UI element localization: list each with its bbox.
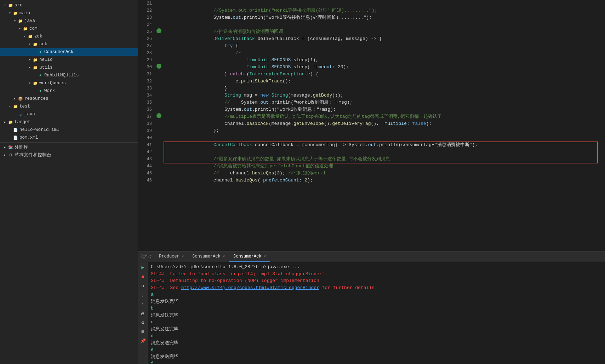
- code-line-42: //最多允许未确认消息的数量 如果未确认消息大于等于这个数量 将不会被分发到消息: [169, 149, 605, 156]
- code-line-24: //推送来的消息如何被消费的回调: [169, 21, 605, 28]
- slf4j-link[interactable]: http://www.slf4j.org/codes.html#StaticLo…: [181, 285, 319, 290]
- sidebar-item-com[interactable]: 📁 com: [0, 25, 138, 33]
- output-slf4j-3: SLF4J: See http://www.slf4j.org/codes.ht…: [151, 284, 602, 291]
- sidebar-item-ack[interactable]: 📁 ack: [0, 40, 138, 48]
- pin-button[interactable]: 📌: [139, 337, 147, 345]
- layout-button[interactable]: ⊞: [139, 328, 147, 336]
- line-num-26: 26: [141, 35, 152, 42]
- code-line-38: };: [169, 120, 605, 127]
- sidebar-item-rabbitmqutils[interactable]: ● RabbitMQUtils: [0, 71, 138, 79]
- sidebar-item-workqueues[interactable]: 📁 workQueues: [0, 79, 138, 87]
- work-icon: ●: [38, 88, 43, 94]
- main-container: 📁 src 📁 main 📁 java 📁 com 📁 zdk 📁 ack: [0, 0, 605, 364]
- line-num-36: 36: [141, 106, 152, 113]
- com-label: com: [29, 26, 38, 31]
- output-msg-2: 消息发送完毕: [151, 312, 602, 319]
- consumer-ack-1-close[interactable]: ×: [223, 254, 225, 259]
- sidebar-item-extern-lib[interactable]: 📚 外部库: [0, 143, 138, 151]
- breakpoint-37: [156, 113, 161, 118]
- line-num-23: 23: [141, 14, 152, 21]
- utils-label: utils: [39, 65, 53, 70]
- main-label: main: [19, 11, 30, 16]
- workqueues-folder-icon: 📁: [33, 80, 38, 86]
- code-line-45: channel.basicQos( prefetchCount: 2);: [169, 170, 605, 177]
- code-container[interactable]: 21 22 23 24 25 26 27 28 29 30 31 32 33 3…: [138, 0, 605, 251]
- scroll-end-button[interactable]: ↓: [139, 291, 147, 299]
- scroll-up-button[interactable]: ↑: [139, 300, 147, 308]
- line-num-39: 39: [141, 127, 152, 134]
- line-num-41: 41: [141, 141, 152, 149]
- run-tab-consumer-ack-2[interactable]: ConsumerAck ×: [229, 252, 270, 262]
- producer-close[interactable]: ×: [182, 254, 184, 259]
- line-num-35: 35: [141, 99, 152, 106]
- run-tab-consumer-ack-1[interactable]: ConsumerAck ×: [188, 252, 229, 262]
- output-e: e: [151, 346, 602, 353]
- line-num-33: 33: [141, 85, 152, 92]
- line-num-34: 34: [141, 92, 152, 99]
- arrow-iml: [8, 128, 12, 132]
- sidebar-item-consumerack[interactable]: ● ConsumerAck: [0, 48, 138, 56]
- line-num-31: 31: [141, 71, 152, 78]
- breakpoint-25: [156, 28, 161, 33]
- code-content[interactable]: //System.out.println("work1等待接收消息(处理时间短)…: [164, 0, 605, 184]
- output-msg-5: 消息发送完毕: [151, 353, 602, 360]
- sidebar-item-java-test[interactable]: ☕ java: [0, 110, 138, 118]
- sidebar-item-work[interactable]: ● Work: [0, 87, 138, 95]
- arrow-hello: [28, 58, 32, 62]
- iml-label: hello-world.iml: [19, 127, 59, 132]
- code-line-37: channel.basicAck(message.getEnvelope().g…: [169, 113, 605, 120]
- gutter: [155, 0, 164, 251]
- run-button[interactable]: ▶: [139, 264, 147, 271]
- sidebar-item-scratch[interactable]: 🗒 草稿文件和控制台: [0, 151, 138, 159]
- line-num-46: 46: [141, 177, 152, 184]
- sidebar-item-pom[interactable]: 📄 pom.xml: [0, 134, 138, 141]
- breakpoint-30: [156, 64, 161, 69]
- output-f: f: [151, 360, 602, 364]
- code-line-31: e.printStackTrace();: [169, 71, 605, 78]
- stop-button[interactable]: ■: [139, 273, 147, 281]
- java-main-label: java: [24, 18, 35, 23]
- sidebar-item-main[interactable]: 📁 main: [0, 9, 138, 17]
- pom-icon: 📄: [13, 135, 18, 140]
- line-num-42: 42: [141, 149, 152, 156]
- editor-area: 21 22 23 24 25 26 27 28 29 30 31 32 33 3…: [138, 0, 605, 364]
- scratch-label: 草稿文件和控制台: [15, 152, 51, 158]
- code-line-30: } catch (InterruptedException e) {: [169, 64, 605, 71]
- rerun-button[interactable]: ↺: [139, 282, 147, 290]
- java-test-label: java: [24, 112, 35, 117]
- settings-button[interactable]: ⚙: [139, 319, 147, 327]
- run-content: ▶ ■ ↺ ↓ ↑ 🖨 ⚙ ⊞ 📌 C:\Users\zdk\.jdks\cor…: [138, 262, 605, 364]
- code-line-44: // channel.basicQos(3); //时间短的work1: [169, 163, 605, 170]
- code-line-26: try {: [169, 35, 605, 42]
- code-line-33: String msg = new String(message.getBody(…: [169, 85, 605, 92]
- console-icon: 🗒: [8, 152, 13, 158]
- arrow-java-main: [13, 19, 17, 23]
- line-num-40: 40: [141, 134, 152, 141]
- sidebar-item-resources[interactable]: 📦 resources: [0, 95, 138, 103]
- sidebar-item-java-main[interactable]: 📁 java: [0, 17, 138, 25]
- sidebar-item-target[interactable]: 📁 target: [0, 118, 138, 126]
- sidebar-item-zdk[interactable]: 📁 zdk: [0, 33, 138, 40]
- line-num-29: 29: [141, 57, 152, 64]
- arrow-ack: [28, 42, 32, 46]
- code-line-22: System.out.println("work2等待接收消息(处理时间长)..…: [169, 7, 605, 14]
- sidebar-item-test[interactable]: 📁 test: [0, 103, 138, 110]
- print-button[interactable]: 🖨: [139, 310, 147, 317]
- sidebar-item-utils[interactable]: 📁 utils: [0, 64, 138, 71]
- code-line-43: //消息会被交给其他未达到perfetchCount值的信道处理: [169, 156, 605, 163]
- workqueues-label: workQueues: [39, 81, 66, 86]
- utils-folder-icon: 📁: [33, 65, 38, 70]
- main-folder-icon: 📁: [13, 10, 18, 16]
- consumer-ack-2-label: ConsumerAck: [233, 254, 261, 259]
- consumer-ack-2-close[interactable]: ×: [263, 254, 266, 259]
- sidebar-item-src[interactable]: 📁 src: [0, 1, 138, 9]
- sidebar-item-hello[interactable]: 📁 hello: [0, 56, 138, 64]
- sidebar-item-hello-world-iml[interactable]: 📄 hello-world.iml: [0, 126, 138, 134]
- sidebar-separator: [0, 142, 138, 143]
- hello-label: hello: [39, 57, 53, 62]
- output-msg-3: 消息发送完毕: [151, 326, 602, 333]
- run-tab-producer[interactable]: Producer ×: [155, 252, 188, 262]
- line-num-28: 28: [141, 50, 152, 57]
- code-line-41: [169, 141, 605, 149]
- output-slf4j-2: SLF4J: Defaulting to no-operation (NOP) …: [151, 277, 602, 284]
